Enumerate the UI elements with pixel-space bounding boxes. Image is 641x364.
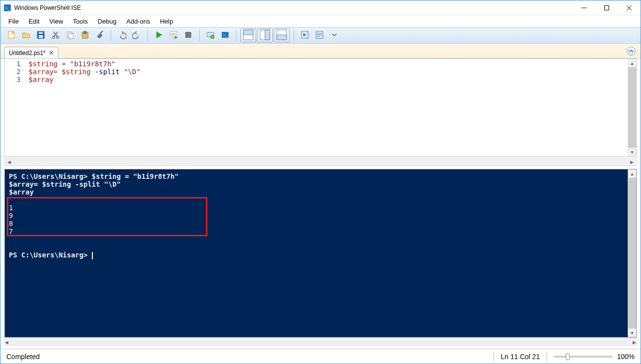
show-command-button[interactable]	[313, 29, 326, 42]
redo-icon	[132, 30, 141, 41]
code-line: $array	[29, 76, 628, 84]
svg-rect-36	[277, 35, 287, 40]
svg-rect-15	[69, 33, 73, 39]
svg-text:>_: >_	[5, 5, 11, 11]
maximize-button[interactable]	[595, 0, 618, 15]
show-script-button[interactable]	[298, 29, 312, 42]
svg-point-13	[57, 36, 58, 38]
new-button[interactable]	[4, 29, 18, 42]
svg-rect-3	[605, 5, 609, 10]
show-command-icon	[315, 30, 324, 41]
script-editor[interactable]: 123 $string = "b1i9r8t7h"$array= $string…	[4, 58, 637, 157]
menubar: FileEditViewToolsDebugAdd-onsHelp	[0, 15, 641, 27]
new-icon	[7, 30, 16, 41]
menu-edit[interactable]: Edit	[25, 17, 43, 26]
pane-3-button[interactable]	[274, 28, 290, 42]
scroll-thumb[interactable]	[628, 178, 636, 329]
zoom-slider[interactable]	[554, 356, 613, 358]
scroll-right-icon[interactable]: ▶	[633, 338, 636, 346]
toolbar-separator	[111, 30, 111, 41]
editor-vertical-scrollbar[interactable]: ▲ ▼	[628, 59, 636, 156]
save-button[interactable]	[34, 29, 48, 42]
menu-add-ons[interactable]: Add-ons	[122, 17, 154, 26]
code-line: $string = "b1i9r8t7h"	[29, 60, 628, 68]
scroll-down-icon[interactable]: ▼	[628, 329, 636, 337]
svg-rect-17	[84, 31, 87, 33]
tab-close-icon[interactable]: ✕	[49, 50, 54, 56]
remote-ps-button[interactable]: >_	[218, 29, 232, 42]
overflow-icon	[332, 30, 337, 41]
scroll-right-icon[interactable]: ▶	[628, 158, 636, 166]
menu-file[interactable]: File	[4, 17, 23, 26]
pane-1-button[interactable]	[240, 28, 256, 42]
toolbar-separator	[199, 30, 200, 41]
statusbar: Completed Ln 11 Col 21 100%	[0, 349, 641, 364]
scroll-left-icon[interactable]: ◀	[5, 158, 13, 166]
scroll-left-icon[interactable]: ◀	[5, 338, 8, 346]
toolbar-separator	[236, 30, 236, 41]
collapse-script-pane-button[interactable]	[627, 47, 636, 56]
undo-button[interactable]	[115, 29, 129, 42]
clear-button[interactable]	[93, 29, 107, 42]
minimize-button[interactable]	[573, 0, 595, 15]
paste-button[interactable]	[78, 29, 92, 42]
open-icon	[22, 30, 30, 41]
editor-horizontal-scrollbar[interactable]: ◀ ▶	[4, 158, 637, 166]
scroll-down-icon[interactable]: ▼	[628, 148, 636, 156]
console-cursor	[92, 252, 93, 259]
svg-rect-25	[185, 32, 191, 38]
status-text: Completed	[6, 353, 40, 361]
console-content[interactable]: PS C:\Users\Nisarg> $string = "b1i9r8t7h…	[5, 169, 628, 337]
console-horizontal-scrollbar[interactable]: ◀ ▶	[4, 337, 637, 346]
toolbar-separator	[147, 30, 148, 41]
window-controls	[573, 0, 641, 15]
line-number: 1	[5, 60, 21, 68]
redo-button[interactable]	[130, 29, 144, 42]
pane-2-button[interactable]	[257, 28, 273, 42]
remote-start-button[interactable]	[204, 29, 217, 42]
svg-text:>_: >_	[223, 32, 228, 37]
window-title: Windows PowerShell ISE	[14, 4, 573, 11]
copy-button[interactable]	[63, 29, 77, 42]
undo-icon	[117, 30, 126, 41]
toolbar: >_	[0, 27, 641, 44]
console-vertical-scrollbar[interactable]: ▲ ▼	[628, 169, 636, 337]
menu-view[interactable]: View	[45, 17, 67, 26]
menu-debug[interactable]: Debug	[94, 17, 120, 26]
tabstrip: Untitled2.ps1* ✕	[0, 44, 641, 58]
editor-content[interactable]: $string = "b1i9r8t7h"$array= $string -sp…	[29, 59, 628, 156]
titlebar: >_ Windows PowerShell ISE	[0, 0, 641, 15]
cut-button[interactable]	[49, 29, 62, 42]
menu-tools[interactable]: Tools	[69, 17, 91, 26]
script-tab[interactable]: Untitled2.ps1* ✕	[4, 47, 58, 58]
run-button[interactable]	[152, 29, 166, 42]
svg-rect-34	[265, 30, 270, 40]
svg-point-12	[53, 36, 55, 38]
line-number: 2	[5, 68, 21, 76]
remote-start-icon	[206, 30, 215, 41]
svg-rect-8	[39, 35, 43, 38]
zoom-slider-knob[interactable]	[566, 353, 570, 360]
code-line: $array= $string -split "\D"	[29, 68, 628, 76]
stop-button[interactable]	[181, 29, 195, 42]
zoom-value: 100%	[617, 353, 635, 361]
scroll-thumb[interactable]	[628, 67, 636, 148]
remote-ps-icon: >_	[221, 30, 230, 41]
save-icon	[36, 30, 45, 41]
open-button[interactable]	[19, 29, 33, 42]
run-selection-icon	[169, 30, 178, 41]
console-pane[interactable]: PS C:\Users\Nisarg> $string = "b1i9r8t7h…	[4, 169, 637, 337]
tab-label: Untitled2.ps1*	[9, 50, 46, 56]
close-button[interactable]	[618, 0, 641, 15]
zoom-control: 100%	[554, 353, 635, 361]
menu-help[interactable]: Help	[156, 17, 177, 26]
overflow-button[interactable]	[327, 29, 341, 42]
svg-line-18	[100, 31, 103, 33]
paste-icon	[81, 30, 89, 41]
editor-gutter: 123	[5, 59, 29, 156]
scroll-up-icon[interactable]: ▲	[628, 169, 636, 178]
run-selection-button[interactable]	[167, 29, 180, 42]
svg-marker-19	[156, 31, 162, 38]
scroll-up-icon[interactable]: ▲	[628, 59, 636, 67]
cursor-position: Ln 11 Col 21	[501, 353, 540, 361]
